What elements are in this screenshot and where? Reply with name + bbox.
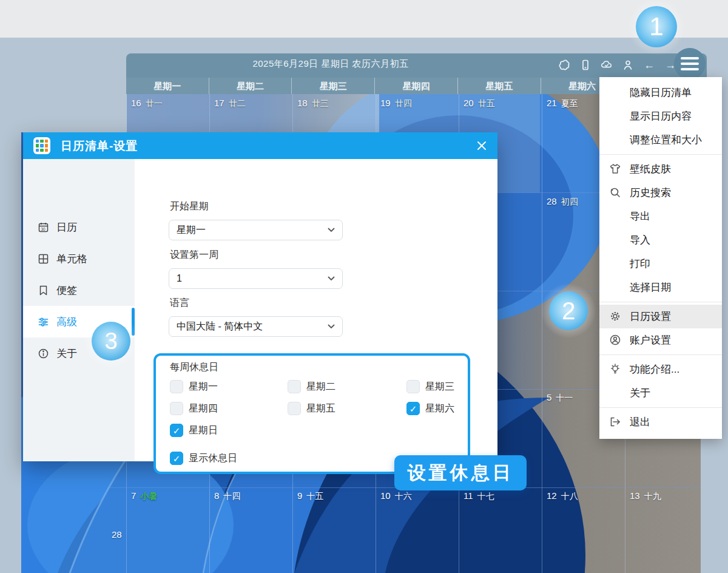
calendar-icon: 30 [38, 222, 49, 233]
sidebar-item-calendar[interactable]: 30 日历 [23, 211, 135, 243]
rest-day-saturday[interactable]: 星期六 [406, 402, 454, 415]
calendar-day[interactable]: 10十六 [380, 490, 412, 502]
checkbox[interactable] [170, 402, 183, 415]
calendar-date-title: 2025年6月29日 星期日 农历六月初五 [129, 58, 533, 70]
checkbox[interactable] [288, 380, 301, 393]
calendar-day[interactable]: 21夏至 [547, 98, 578, 109]
cloud-sync-icon[interactable] [601, 59, 613, 71]
menu-item-feature-intro[interactable]: 功能介绍... [599, 358, 722, 381]
chevron-down-icon [328, 276, 335, 281]
annotation-step-1: 1 [636, 6, 677, 47]
close-button[interactable] [474, 138, 489, 153]
annotation-step-2: 2 [549, 291, 588, 330]
field-label-language: 语言 [170, 297, 189, 310]
checkbox[interactable] [170, 452, 183, 465]
desktop-area [21, 94, 127, 132]
menu-item-exit[interactable]: 退出 [599, 410, 722, 434]
rest-day-friday[interactable]: 星期五 [288, 402, 335, 415]
weekday-label: 星期三 [292, 78, 375, 94]
dialog-titlebar: 日历清单-设置 [23, 132, 497, 159]
field-label-start-week: 开始星期 [170, 200, 209, 213]
menu-item-history-search[interactable]: 历史搜索 [599, 181, 722, 205]
dialog-content: 开始星期 星期一 设置第一周 1 语言 中国大陆 - 简体中文 每周休息日 星期… [135, 159, 497, 461]
menu-item-import[interactable]: 导入 [599, 228, 722, 252]
context-menu: 隐藏日历清单 显示日历内容 调整位置和大小 壁纸皮肤 历史搜索 导出 导入 打印… [599, 77, 722, 439]
annotation-step-3: 3 [92, 322, 130, 361]
grid-line [542, 94, 542, 573]
app-icon [33, 137, 50, 154]
menu-button[interactable] [674, 48, 706, 80]
dialog-title: 日历清单-设置 [61, 138, 138, 154]
calendar-day[interactable]: 16廿一 [131, 98, 163, 109]
menu-item-show-calendar-content[interactable]: 显示日历内容 [599, 104, 722, 128]
calendar-day[interactable]: 9十五 [297, 490, 323, 502]
calendar-day[interactable]: 7小暑 [131, 490, 157, 502]
language-select[interactable]: 中国大陆 - 简体中文 [169, 316, 343, 337]
account-icon[interactable] [622, 59, 634, 71]
grid-cells-icon [38, 253, 49, 265]
sliders-icon [38, 316, 49, 328]
sidebar-item-cells[interactable]: 单元格 [23, 243, 135, 274]
chevron-down-icon [328, 228, 335, 232]
calendar-day[interactable]: 11十七 [463, 490, 494, 502]
calendar-day[interactable]: 13十九 [630, 490, 661, 502]
user-circle-icon [608, 333, 622, 347]
menu-item-adjust-position-size[interactable]: 调整位置和大小 [599, 128, 722, 152]
hamburger-icon [681, 57, 699, 59]
weekday-label: 星期四 [375, 78, 458, 94]
lightbulb-icon [608, 362, 622, 376]
weekday-label: 星期五 [458, 78, 541, 94]
calendar-day[interactable]: 17廿二 [214, 98, 246, 109]
menu-item-wallpaper-skin[interactable]: 壁纸皮肤 [599, 157, 722, 181]
menu-divider [599, 407, 722, 408]
menu-item-export[interactable]: 导出 [599, 205, 722, 228]
menu-divider [599, 302, 722, 302]
menu-item-about[interactable]: 关于 [599, 381, 722, 405]
start-week-select[interactable]: 星期一 [169, 220, 343, 240]
calendar-day[interactable]: 19廿四 [380, 98, 412, 109]
calendar-day[interactable]: 18廿三 [297, 98, 329, 109]
rest-day-wednesday[interactable]: 星期三 [406, 380, 454, 393]
rest-day-thursday[interactable]: 星期四 [170, 402, 218, 415]
menu-item-account-settings[interactable]: 账户设置 [599, 328, 722, 352]
calendar-day[interactable]: 5十一 [547, 392, 573, 404]
menu-item-print[interactable]: 打印 [599, 252, 722, 276]
checkbox[interactable] [406, 380, 420, 393]
menu-item-calendar-settings[interactable]: 日历设置 [599, 305, 722, 328]
checkbox[interactable] [288, 402, 301, 415]
dialog-sidebar: 30 日历 单元格 便签 [23, 159, 135, 461]
calendar-day[interactable]: 28 [112, 529, 122, 540]
settings-dialog: 日历清单-设置 30 日历 单元格 [23, 132, 497, 461]
exit-icon [608, 415, 622, 429]
first-week-select[interactable]: 1 [169, 268, 343, 289]
calendar-day[interactable]: 28初四 [547, 196, 578, 208]
checkbox[interactable] [406, 402, 420, 415]
show-rest-days-toggle[interactable]: 显示休息日 [170, 452, 237, 465]
back-arrow-icon[interactable]: ← [643, 59, 655, 71]
checkbox[interactable] [170, 380, 183, 393]
info-icon [38, 348, 49, 359]
sticker-icon[interactable] [558, 59, 570, 71]
sidebar-item-notes[interactable]: 便签 [23, 274, 135, 306]
close-icon [476, 140, 487, 151]
bookmark-icon [38, 285, 49, 296]
menu-divider [599, 154, 722, 155]
calendar-day[interactable]: 20廿五 [463, 98, 495, 109]
chevron-down-icon [328, 324, 335, 329]
rest-day-monday[interactable]: 星期一 [170, 380, 218, 393]
calendar-day[interactable]: 12十八 [547, 490, 578, 502]
calendar-day[interactable]: 8十四 [214, 490, 240, 502]
set-rest-days-button[interactable]: 设置休息日 [394, 455, 527, 490]
rest-day-sunday[interactable]: 星期日 [170, 424, 218, 437]
menu-item-hide-calendar-list[interactable]: 隐藏日历清单 [599, 81, 722, 104]
search-icon [608, 186, 622, 199]
tshirt-icon [608, 162, 622, 175]
checkbox[interactable] [170, 424, 183, 437]
field-label-first-week: 设置第一周 [170, 249, 218, 262]
menu-item-select-date[interactable]: 选择日期 [599, 276, 722, 299]
svg-text:30: 30 [41, 226, 46, 231]
rest-day-tuesday[interactable]: 星期二 [288, 380, 335, 393]
weekday-label: 星期一 [126, 78, 209, 94]
mobile-icon[interactable] [579, 59, 592, 71]
rest-section-title: 每周休息日 [170, 361, 218, 374]
